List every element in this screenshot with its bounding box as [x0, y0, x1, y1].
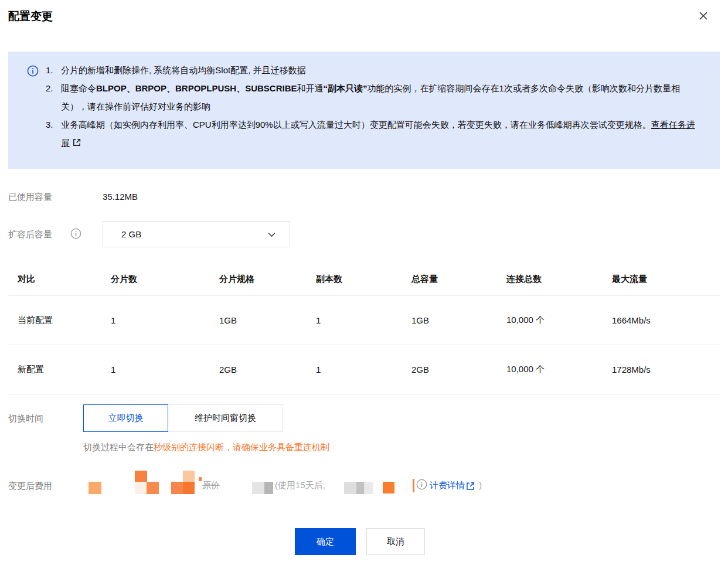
redacted-price-block	[199, 477, 202, 481]
cell-replicas: 1	[316, 365, 411, 375]
external-link-icon[interactable]	[466, 482, 475, 493]
notice-banner: 1. 分片的新增和删除操作, 系统将自动均衡Slot配置, 并且迁移数据 2. …	[8, 52, 720, 169]
col-header-shards: 分片数	[111, 274, 219, 285]
used-capacity-label: 已使用容量	[8, 192, 52, 203]
cell-shards: 1	[111, 365, 219, 375]
cell-total-capacity: 1GB	[411, 315, 506, 325]
comparison-table: 对比 分片数 分片规格 副本数 总容量 连接总数 最大流量 当前配置 1 1GB…	[8, 263, 720, 394]
cell-total-capacity: 2GB	[411, 365, 506, 375]
fee-label: 变更后费用	[8, 481, 52, 492]
capacity-select-value: 2 GB	[121, 229, 268, 239]
table-row-new-config: 新配置 1 2GB 1 2GB 10,000 个 1728Mb/s	[8, 345, 720, 394]
capacity-select[interactable]: 2 GB	[103, 221, 290, 247]
cell-row-name: 当前配置	[8, 315, 111, 326]
original-price-label: 原价	[202, 480, 220, 491]
page-title: 配置变更	[8, 9, 53, 24]
cell-row-name: 新配置	[8, 364, 111, 375]
switch-time-label: 切换时间	[8, 413, 43, 424]
cell-shard-spec: 1GB	[219, 315, 316, 325]
cell-max-bandwidth: 1664Mb/s	[612, 315, 720, 325]
replica-readonly-text: “副本只读”	[324, 83, 368, 93]
col-header-replicas: 副本数	[316, 274, 411, 285]
cell-replicas: 1	[316, 315, 411, 325]
cancel-button[interactable]: 取消	[366, 528, 425, 555]
redacted-price-block	[183, 482, 195, 494]
redacted-price-block	[89, 482, 101, 494]
redacted-price-block	[383, 482, 394, 493]
switch-warning-text: 切换过程中会存在秒级别的连接闪断，请确保业务具备重连机制	[83, 442, 329, 453]
notice-text: 阻塞命令BLPOP、BRPOP、BRPOPLPUSH、SUBSCRIBE和开通“…	[61, 79, 696, 115]
fee-closing-paren: )	[479, 480, 482, 490]
notice-text-segment: 阻塞命令	[61, 83, 96, 93]
warning-prefix: 切换过程中会存在	[83, 442, 154, 452]
redacted-price-block	[413, 479, 414, 492]
redacted-price-block	[135, 482, 147, 494]
redacted-price-block	[135, 471, 147, 482]
cell-max-connections: 10,000 个	[506, 364, 612, 375]
notice-list: 1. 分片的新增和删除操作, 系统将自动均衡Slot配置, 并且迁移数据 2. …	[46, 61, 696, 169]
blocking-commands-text: BLPOP、BRPOP、BRPOPLPUSH、SUBSCRIBE	[96, 83, 297, 93]
col-header-shard-spec: 分片规格	[219, 274, 316, 285]
billing-info-icon[interactable]	[416, 479, 427, 492]
redacted-text-block	[344, 482, 356, 494]
cell-max-bandwidth: 1728Mb/s	[612, 365, 720, 375]
redacted-price-block	[183, 471, 195, 482]
col-header-compare: 对比	[8, 274, 111, 285]
redacted-price-block	[147, 482, 159, 494]
external-link-icon[interactable]	[73, 134, 81, 152]
notice-item-2: 2. 阻塞命令BLPOP、BRPOP、BRPOPLPUSH、SUBSCRIBE和…	[46, 79, 696, 115]
close-icon	[699, 11, 708, 22]
redacted-text-block	[356, 482, 364, 494]
close-button[interactable]	[695, 8, 712, 25]
tab-switch-immediately[interactable]: 立即切换	[83, 404, 168, 432]
notice-item-3: 3. 业务高峰期（如实例内存利用率、CPU利用率达到90%以上或写入流量过大时）…	[46, 115, 696, 152]
used-capacity-value: 35.12MB	[103, 192, 138, 202]
chevron-down-icon	[268, 229, 275, 240]
notice-number: 1.	[46, 61, 61, 79]
notice-text-segment: 和开通	[297, 83, 324, 93]
billing-detail-link[interactable]: 计费详情	[430, 480, 465, 491]
table-row-current-config: 当前配置 1 1GB 1 1GB 10,000 个 1664Mb/s	[8, 296, 720, 345]
notice-text: 分片的新增和删除操作, 系统将自动均衡Slot配置, 并且迁移数据	[61, 61, 696, 79]
redacted-text-block	[364, 482, 373, 494]
tab-switch-maintenance-window[interactable]: 维护时间窗切换	[168, 404, 283, 432]
redacted-text-block	[252, 482, 264, 494]
expand-capacity-label: 扩容后容量	[8, 229, 52, 240]
notice-number: 2.	[46, 79, 61, 115]
redacted-price-block	[171, 482, 183, 494]
notice-number: 3.	[46, 115, 61, 152]
info-tooltip-icon[interactable]	[70, 228, 81, 241]
redacted-text-block	[264, 482, 273, 494]
switch-time-tabs: 立即切换 维护时间窗切换	[83, 404, 283, 432]
warning-highlight: 秒级别的连接闪断，请确保业务具备重连机制	[154, 442, 329, 452]
col-header-max-bandwidth: 最大流量	[612, 274, 720, 285]
confirm-button[interactable]: 确定	[295, 528, 356, 555]
info-circle-icon	[27, 65, 39, 169]
cell-max-connections: 10,000 个	[506, 315, 612, 326]
notice-text-segment: 业务高峰期（如实例内存利用率、CPU利用率达到90%以上或写入流量过大时）变更配…	[61, 120, 651, 130]
notice-item-1: 1. 分片的新增和删除操作, 系统将自动均衡Slot配置, 并且迁移数据	[46, 61, 696, 79]
table-header-row: 对比 分片数 分片规格 副本数 总容量 连接总数 最大流量	[8, 263, 720, 296]
fee-after-days-text: (使用15天后,	[275, 480, 325, 491]
notice-text: 业务高峰期（如实例内存利用率、CPU利用率达到90%以上或写入流量过大时）变更配…	[61, 115, 696, 152]
col-header-total-capacity: 总容量	[411, 274, 506, 285]
cell-shards: 1	[111, 315, 219, 325]
cell-shard-spec: 2GB	[219, 365, 316, 375]
col-header-max-connections: 连接总数	[506, 274, 612, 285]
